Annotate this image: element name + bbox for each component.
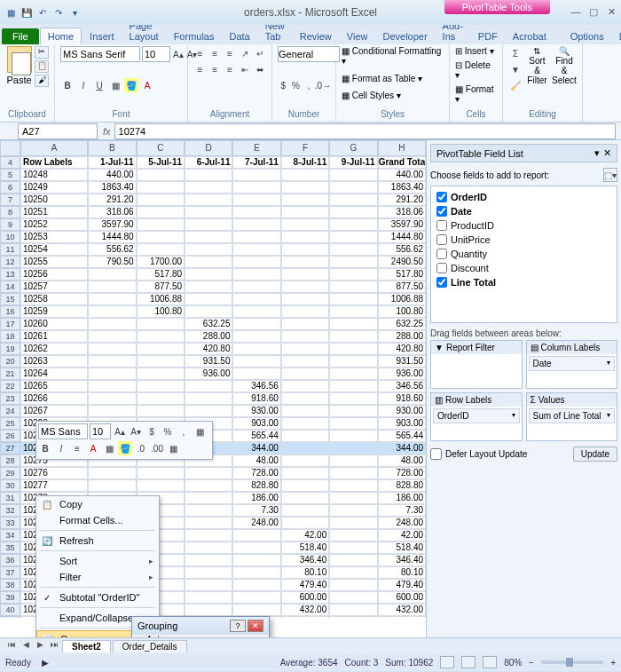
cell[interactable] (185, 479, 232, 492)
cell[interactable]: 1006.88 (378, 293, 426, 305)
layout-icon[interactable]: ⬚▾ (603, 168, 617, 182)
cell[interactable]: Row Labels (20, 156, 88, 169)
cell[interactable] (281, 380, 329, 392)
cell[interactable] (185, 517, 232, 529)
cell[interactable] (329, 268, 377, 281)
tab-acrobat[interactable]: Acrobat (506, 28, 554, 44)
field-checkbox[interactable] (436, 192, 447, 202)
cell[interactable] (137, 218, 185, 231)
cell[interactable] (185, 579, 232, 591)
decrease-indent-icon[interactable]: ⇤ (238, 62, 251, 76)
cell[interactable]: 5-Jul-11 (137, 156, 185, 169)
cell[interactable]: 1444.80 (378, 231, 426, 243)
cell[interactable] (281, 442, 329, 455)
cell[interactable]: 186.00 (232, 492, 280, 504)
copy-icon[interactable]: 📋 (35, 60, 49, 73)
cell[interactable]: 10264 (20, 368, 88, 380)
cell[interactable]: 936.00 (185, 368, 232, 380)
cell[interactable]: 346.40 (281, 554, 329, 566)
row-header[interactable]: 26 (0, 430, 20, 442)
cell[interactable] (185, 293, 232, 305)
cell[interactable] (281, 281, 329, 293)
align-right-icon[interactable]: ≡ (224, 62, 237, 76)
cell[interactable]: 48.00 (378, 455, 426, 467)
field-checkbox[interactable] (436, 263, 447, 273)
cell[interactable]: 790.50 (88, 256, 136, 268)
table-row[interactable]: 2210265346.56346.56 (0, 380, 426, 392)
cell-styles-button[interactable]: ▦ Cell Styles ▾ (342, 91, 444, 100)
cell[interactable] (281, 218, 329, 231)
mini-font-color-icon[interactable]: A (86, 441, 100, 455)
underline-icon[interactable]: U (92, 78, 106, 92)
row-header[interactable]: 28 (0, 455, 20, 467)
table-row[interactable]: 6102491863.401863.40 (0, 181, 426, 194)
row-header[interactable]: 11 (0, 243, 20, 256)
cell[interactable] (281, 343, 329, 355)
tab-nav-first-icon[interactable]: ⏮ (5, 640, 18, 652)
cell[interactable]: 479.40 (281, 579, 329, 591)
cell[interactable]: 10276 (20, 467, 88, 479)
align-left-icon[interactable]: ≡ (193, 62, 207, 76)
cell[interactable]: 10254 (20, 243, 88, 256)
table-row[interactable]: 810251318.06318.06 (0, 206, 426, 218)
cell[interactable]: 10263 (20, 355, 88, 368)
orientation-icon[interactable]: ↗ (238, 46, 251, 60)
page-break-view-icon[interactable] (483, 656, 497, 668)
row-header[interactable]: 23 (0, 392, 20, 405)
table-row[interactable]: 1710260632.25632.25 (0, 318, 426, 330)
cell[interactable] (281, 194, 329, 206)
cell[interactable] (281, 417, 329, 430)
cell[interactable] (329, 455, 377, 467)
column-header[interactable]: C (137, 140, 185, 156)
row-header[interactable]: 35 (0, 542, 20, 554)
row-header[interactable]: 34 (0, 529, 20, 542)
cell[interactable] (185, 206, 232, 218)
cell[interactable]: 9-Jul-11 (329, 156, 377, 169)
tab-review[interactable]: Review (293, 28, 339, 44)
cell[interactable] (281, 368, 329, 380)
mini-bold-icon[interactable]: B (38, 441, 52, 455)
cell[interactable]: 10262 (20, 343, 88, 355)
menu-item[interactable]: Filter▸ (36, 569, 159, 585)
cell[interactable] (185, 243, 232, 256)
cell[interactable]: 420.80 (185, 343, 232, 355)
cell[interactable] (329, 392, 377, 405)
name-box[interactable]: A27 (18, 123, 98, 139)
cell[interactable]: 7.30 (378, 504, 426, 517)
increase-decimal-icon[interactable]: .0→ (316, 78, 330, 92)
mini-fill-icon[interactable]: 🪣 (118, 441, 132, 455)
close-icon[interactable]: ✕ (605, 6, 617, 19)
cell[interactable]: 903.00 (232, 417, 280, 430)
cell[interactable] (185, 181, 232, 194)
cell[interactable] (329, 405, 377, 417)
cell[interactable]: 248.00 (378, 517, 426, 529)
cell[interactable]: 10277 (20, 479, 88, 492)
maximize-icon[interactable]: ▢ (587, 6, 600, 19)
menu-item[interactable]: Sort▸ (36, 553, 159, 569)
autosum-icon[interactable]: Σ (508, 46, 523, 60)
cut-icon[interactable]: ✂ (35, 46, 49, 59)
column-labels-area[interactable]: ▤Column Labels Date▾ (526, 340, 618, 389)
tab-home[interactable]: Home (40, 28, 82, 44)
table-row[interactable]: 2110264936.00936.00 (0, 368, 426, 380)
cell[interactable]: 828.80 (378, 479, 426, 492)
row-labels-area[interactable]: ▥Row Labels OrderID▾ (430, 392, 523, 441)
cell[interactable] (88, 380, 136, 392)
cell[interactable]: 10265 (20, 380, 88, 392)
fill-color-icon[interactable]: 🪣 (124, 78, 138, 92)
cell[interactable]: 10248 (20, 169, 88, 181)
tab-formulas[interactable]: Formulas (167, 28, 222, 44)
mini-decrease-font-icon[interactable]: A▾ (129, 424, 143, 439)
cell[interactable] (281, 492, 329, 504)
cell[interactable]: 10257 (20, 281, 88, 293)
cell[interactable]: 346.56 (232, 380, 280, 392)
tab-file[interactable]: File (2, 28, 39, 44)
cell[interactable] (329, 442, 377, 455)
column-header[interactable] (0, 140, 20, 156)
cell[interactable]: 936.00 (378, 368, 426, 380)
cell[interactable] (329, 579, 377, 591)
save-icon[interactable]: 💾 (20, 5, 34, 20)
row-header[interactable]: 24 (0, 405, 20, 417)
number-format-select[interactable] (278, 46, 340, 62)
cell[interactable]: 7-Jul-11 (232, 156, 280, 169)
